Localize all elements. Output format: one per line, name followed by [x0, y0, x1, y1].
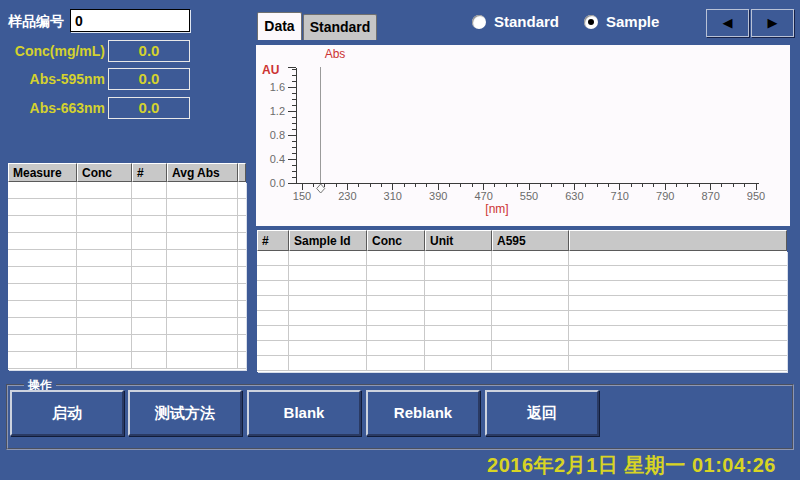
abs595-label: Abs-595nm: [0, 71, 105, 87]
table-cell: [8, 284, 77, 301]
reblank-button[interactable]: Reblank: [366, 390, 480, 436]
start-button[interactable]: 启动: [10, 390, 124, 436]
table-cell: [492, 341, 569, 356]
table-cell: [257, 311, 289, 326]
table-row[interactable]: [8, 352, 246, 369]
table-cell: [289, 296, 367, 311]
table-cell: [8, 267, 77, 284]
results-table-body[interactable]: [257, 251, 787, 372]
table-cell: [132, 216, 167, 233]
col-a595: A595: [492, 230, 569, 251]
table-cell: [77, 284, 132, 301]
table-cell: [132, 182, 167, 199]
table-cell: [77, 233, 132, 250]
col-spacer: [238, 163, 246, 182]
table-cell: [238, 335, 246, 352]
abs595-value: 0.0: [108, 68, 190, 90]
abs663-label: Abs-663nm: [0, 100, 105, 116]
tab-data[interactable]: Data: [257, 12, 302, 40]
table-cell: [492, 356, 569, 371]
table-cell: [8, 182, 77, 199]
table-cell: [257, 326, 289, 341]
chart-cursor[interactable]: [317, 67, 325, 193]
table-cell: [367, 296, 425, 311]
svg-text:Abs: Abs: [325, 47, 346, 61]
table-cell: [167, 216, 238, 233]
table-cell: [77, 250, 132, 267]
table-cell: [132, 352, 167, 369]
table-cell: [425, 326, 492, 341]
radio-standard-label[interactable]: Standard: [494, 13, 559, 30]
svg-text:AU: AU: [262, 63, 279, 77]
results-table-header: # Sample Id Conc Unit A595: [257, 230, 787, 251]
table-row[interactable]: [257, 281, 787, 296]
measure-table-body[interactable]: [8, 182, 246, 370]
measure-table: Measure Conc # Avg Abs: [8, 163, 246, 370]
table-row[interactable]: [257, 341, 787, 356]
table-cell: [238, 233, 246, 250]
test-method-button[interactable]: 测试方法: [128, 390, 242, 436]
table-cell: [77, 301, 132, 318]
radio-standard[interactable]: [472, 15, 486, 29]
chevron-right-icon[interactable]: ▶: [751, 9, 794, 37]
svg-text:0.8: 0.8: [270, 129, 285, 141]
table-row[interactable]: [8, 233, 246, 250]
spectrum-chart-svg: 0.00.40.81.21.61502303103904705506307107…: [256, 45, 790, 226]
table-row[interactable]: [257, 251, 787, 266]
table-cell: [569, 251, 787, 266]
table-cell: [238, 301, 246, 318]
table-row[interactable]: [8, 301, 246, 318]
blank-button[interactable]: Blank: [247, 390, 361, 436]
table-cell: [492, 266, 569, 281]
table-cell: [167, 182, 238, 199]
radio-sample[interactable]: [584, 15, 598, 29]
table-cell: [367, 281, 425, 296]
table-cell: [289, 281, 367, 296]
svg-text:390: 390: [429, 190, 447, 202]
table-cell: [167, 250, 238, 267]
svg-text:1.2: 1.2: [270, 105, 285, 117]
table-row[interactable]: [8, 199, 246, 216]
table-row[interactable]: [257, 326, 787, 341]
table-cell: [167, 233, 238, 250]
table-row[interactable]: [257, 356, 787, 371]
table-row[interactable]: [8, 267, 246, 284]
table-row[interactable]: [8, 335, 246, 352]
table-cell: [238, 267, 246, 284]
svg-text:630: 630: [565, 190, 583, 202]
table-row[interactable]: [257, 296, 787, 311]
tab-standard[interactable]: Standard: [303, 14, 377, 40]
table-cell: [367, 341, 425, 356]
table-cell: [289, 311, 367, 326]
table-cell: [8, 199, 77, 216]
table-cell: [8, 233, 77, 250]
table-cell: [167, 284, 238, 301]
radio-sample-label[interactable]: Sample: [606, 13, 659, 30]
table-cell: [167, 267, 238, 284]
table-cell: [132, 250, 167, 267]
table-row[interactable]: [8, 250, 246, 267]
return-button[interactable]: 返回: [485, 390, 599, 436]
table-cell: [425, 296, 492, 311]
table-cell: [492, 326, 569, 341]
table-cell: [238, 352, 246, 369]
chevron-left-icon[interactable]: ◀: [706, 9, 749, 37]
table-row[interactable]: [257, 311, 787, 326]
table-cell: [257, 251, 289, 266]
table-cell: [492, 281, 569, 296]
table-row[interactable]: [8, 182, 246, 199]
col-index: #: [257, 230, 289, 251]
table-cell: [238, 199, 246, 216]
table-row[interactable]: [257, 266, 787, 281]
col-unit: Unit: [425, 230, 492, 251]
table-row[interactable]: [8, 284, 246, 301]
table-row[interactable]: [8, 318, 246, 335]
sample-number-input[interactable]: [70, 9, 190, 32]
table-cell: [569, 341, 787, 356]
table-cell: [425, 356, 492, 371]
table-cell: [77, 216, 132, 233]
table-cell: [132, 284, 167, 301]
table-cell: [425, 266, 492, 281]
svg-text:150: 150: [293, 190, 311, 202]
table-row[interactable]: [8, 216, 246, 233]
